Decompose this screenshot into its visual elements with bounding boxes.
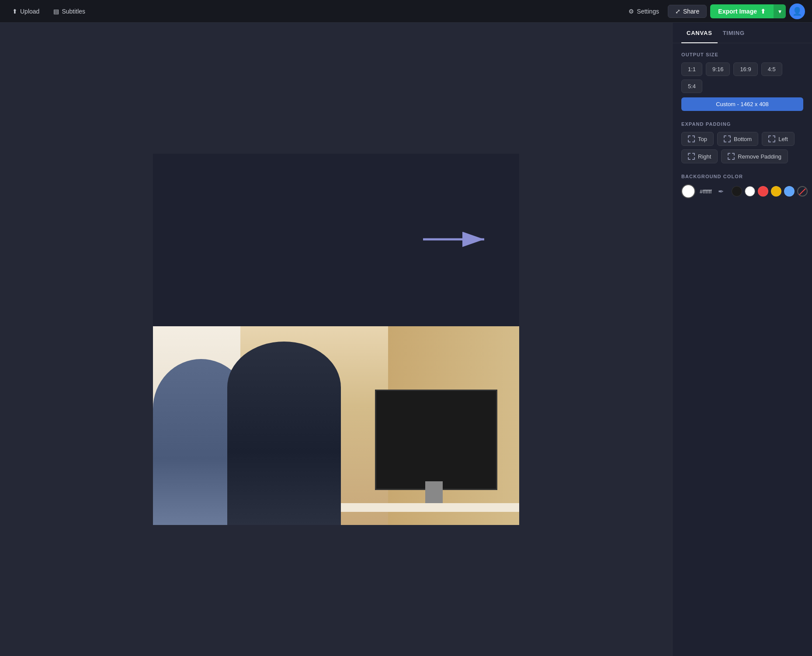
header-right: ⚙ Settings ⤢ Share Export Image ⬆ ▾ 👤 (623, 3, 805, 19)
eyedropper-icon: ✒ (718, 188, 724, 195)
subtitles-icon: ▤ (53, 8, 59, 15)
padding-bottom-button[interactable]: Bottom (717, 132, 758, 146)
arrow-icon (423, 226, 493, 252)
subtitles-label: Subtitles (62, 8, 85, 15)
upload-button[interactable]: ⬆ Upload (7, 5, 45, 17)
chevron-down-icon: ▾ (778, 8, 781, 15)
size-1-1-button[interactable]: 1:1 (681, 62, 702, 76)
swatch-red[interactable] (758, 186, 768, 197)
padding-left-button[interactable]: Left (762, 132, 795, 146)
settings-icon: ⚙ (628, 8, 634, 15)
swatch-transparent[interactable] (797, 186, 808, 197)
padding-top-icon (688, 135, 695, 142)
padding-right-icon (688, 153, 695, 160)
background-color-section: BACKGROUND COLOR #ffffff ✒ (681, 174, 803, 198)
expand-padding-section: EXPAND PADDING Top Bottom Left (681, 121, 803, 163)
dark-top-area (153, 154, 519, 326)
remove-padding-button[interactable]: Remove Padding (721, 149, 788, 163)
size-5-4-button[interactable]: 5:4 (681, 79, 702, 93)
color-hex-value: #ffffff (700, 188, 712, 195)
background-color-label: BACKGROUND COLOR (681, 174, 803, 179)
padding-left-icon (768, 135, 775, 142)
export-icon: ⬆ (760, 8, 766, 15)
remove-padding-icon (728, 153, 735, 160)
output-size-section: OUTPUT SIZE 1:1 9:16 16:9 4:5 5: (681, 52, 803, 111)
canvas-content (153, 154, 519, 525)
swatch-black[interactable] (732, 186, 742, 197)
size-9-16-button[interactable]: 9:16 (706, 62, 730, 76)
export-group: Export Image ⬆ ▾ (710, 4, 786, 18)
export-dropdown-button[interactable]: ▾ (774, 4, 786, 18)
upload-icon: ⬆ (12, 8, 17, 15)
user-avatar-icon[interactable]: 👤 (789, 3, 805, 19)
subtitles-button[interactable]: ▤ Subtitles (48, 5, 90, 17)
output-size-label: OUTPUT SIZE (681, 52, 803, 57)
padding-right-button[interactable]: Right (681, 149, 718, 163)
export-label: Export Image (718, 8, 757, 15)
person-right (227, 342, 341, 525)
tab-canvas[interactable]: CANVAS (681, 23, 718, 43)
share-button[interactable]: ⤢ Share (668, 5, 707, 18)
office-scene (153, 326, 519, 525)
header: ⬆ Upload ▤ Subtitles ⚙ Settings ⤢ Share … (0, 0, 812, 23)
padding-buttons: Top Bottom Left Right (681, 132, 803, 163)
color-swatches (732, 186, 808, 197)
canvas-area (0, 23, 672, 656)
settings-button[interactable]: ⚙ Settings (623, 5, 664, 17)
eyedropper-button[interactable]: ✒ (716, 186, 725, 197)
bg-color-row: #ffffff ✒ (681, 184, 803, 198)
swatch-blue[interactable] (784, 186, 795, 197)
size-presets: 1:1 9:16 16:9 4:5 5:4 (681, 62, 803, 93)
custom-size-button[interactable]: Custom - 1462 x 408 (681, 97, 803, 111)
main-layout: CANVAS TIMING OUTPUT SIZE 1:1 9:16 (0, 23, 812, 656)
expand-padding-label: EXPAND PADDING (681, 121, 803, 127)
tab-timing[interactable]: TIMING (718, 23, 750, 43)
settings-label: Settings (637, 8, 659, 15)
size-16-9-button[interactable]: 16:9 (733, 62, 757, 76)
padding-bottom-icon (724, 135, 731, 142)
swatch-white[interactable] (745, 186, 755, 197)
export-button[interactable]: Export Image ⬆ (710, 4, 774, 18)
sidebar: CANVAS TIMING OUTPUT SIZE 1:1 9:16 (672, 23, 812, 656)
swatch-yellow[interactable] (771, 186, 781, 197)
share-label: Share (683, 8, 699, 15)
size-4-5-button[interactable]: 4:5 (761, 62, 782, 76)
tabs: CANVAS TIMING (673, 23, 812, 43)
padding-top-button[interactable]: Top (681, 132, 714, 146)
share-icon: ⤢ (675, 8, 680, 15)
monitor (375, 390, 497, 490)
color-preview[interactable] (681, 184, 695, 198)
arrow-container (423, 226, 493, 254)
sidebar-content: OUTPUT SIZE 1:1 9:16 16:9 4:5 5: (673, 43, 812, 207)
photo-area (153, 326, 519, 525)
upload-label: Upload (20, 8, 39, 15)
